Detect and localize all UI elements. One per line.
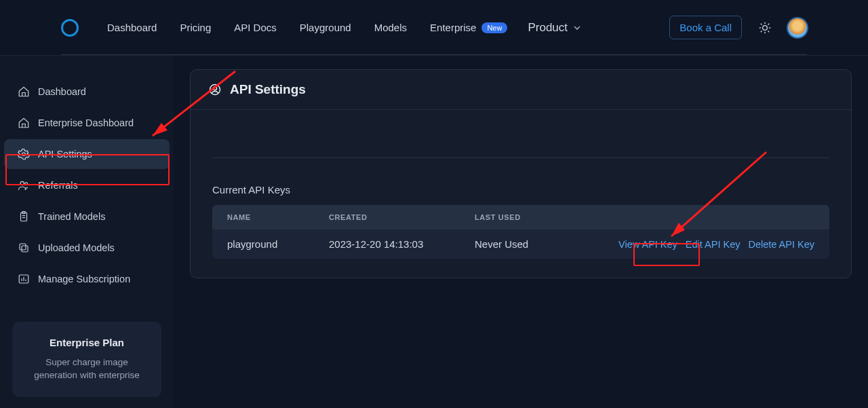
edit-api-key-button[interactable]: Edit API Key xyxy=(686,239,741,250)
cell-name: playground xyxy=(227,238,329,250)
copy-icon xyxy=(18,242,30,254)
section-rule xyxy=(212,157,829,158)
sidebar-item-api-settings[interactable]: API Settings xyxy=(4,139,170,169)
cell-created: 2023-12-20 14:13:03 xyxy=(329,238,475,250)
book-call-button[interactable]: Book a Call xyxy=(669,16,742,39)
svg-point-10 xyxy=(20,181,24,185)
svg-line-5 xyxy=(761,23,762,24)
sidebar-item-manage-subscription[interactable]: Manage Subscription xyxy=(4,264,170,294)
svg-point-9 xyxy=(22,153,26,156)
chevron-down-icon xyxy=(573,24,581,32)
sidebar-item-label: Trained Models xyxy=(38,211,105,222)
logo[interactable] xyxy=(61,19,79,37)
chart-icon xyxy=(18,273,30,285)
content: API Settings Current API Keys NAME CREAT… xyxy=(174,56,868,408)
enterprise-plan-card[interactable]: Enterprise Plan Super charge image gener… xyxy=(12,322,161,397)
section-title: Current API Keys xyxy=(212,184,829,196)
sidebar-item-label: Dashboard xyxy=(38,86,86,97)
delete-api-key-button[interactable]: Delete API Key xyxy=(748,239,814,250)
col-created: CREATED xyxy=(329,213,475,221)
gear-icon xyxy=(18,148,30,160)
nav-enterprise[interactable]: Enterprise New xyxy=(430,22,507,33)
row-actions: View API Key Edit API Key Delete API Key xyxy=(618,239,814,250)
sidebar-item-label: Manage Subscription xyxy=(38,274,130,284)
cell-last-used: Never Used xyxy=(475,238,618,250)
col-last-used: LAST USED xyxy=(475,213,814,221)
badge-new: New xyxy=(481,22,507,33)
enterprise-plan-desc: Super charge image generation with enter… xyxy=(24,356,149,382)
nav-enterprise-label: Enterprise xyxy=(430,22,476,33)
avatar[interactable] xyxy=(788,18,807,37)
nav-api-docs[interactable]: API Docs xyxy=(234,22,277,33)
col-name: NAME xyxy=(227,213,329,221)
svg-line-8 xyxy=(768,23,770,24)
page-title: API Settings xyxy=(230,82,306,97)
nav-models[interactable]: Models xyxy=(374,22,407,33)
panel-body: Current API Keys NAME CREATED LAST USED … xyxy=(191,110,851,274)
sidebar-item-enterprise-dashboard[interactable]: Enterprise Dashboard xyxy=(4,108,170,138)
sidebar-item-dashboard[interactable]: Dashboard xyxy=(4,77,170,107)
sidebar-item-label: API Settings xyxy=(38,149,92,160)
nav-playground[interactable]: Playground xyxy=(300,22,351,33)
panel-header: API Settings xyxy=(191,70,851,110)
svg-rect-16 xyxy=(22,246,28,252)
sidebar-item-label: Referrals xyxy=(38,180,78,191)
sidebar: Dashboard Enterprise Dashboard API Setti… xyxy=(0,56,174,408)
nav-dashboard[interactable]: Dashboard xyxy=(107,22,157,33)
topbar: Dashboard Pricing API Docs Playground Mo… xyxy=(0,0,868,56)
clipboard-icon xyxy=(18,210,30,223)
nav-pricing[interactable]: Pricing xyxy=(180,22,211,33)
layout: Dashboard Enterprise Dashboard API Setti… xyxy=(0,56,868,408)
api-settings-panel: API Settings Current API Keys NAME CREAT… xyxy=(190,69,852,278)
sidebar-item-label: Enterprise Dashboard xyxy=(38,117,134,128)
theme-toggle-icon[interactable] xyxy=(758,21,772,35)
sidebar-item-label: Uploaded Models xyxy=(38,242,115,253)
enterprise-plan-title: Enterprise Plan xyxy=(24,337,149,348)
svg-rect-17 xyxy=(20,244,26,250)
sidebar-item-trained-models[interactable]: Trained Models xyxy=(4,202,170,231)
table-row: playground 2023-12-20 14:13:03 Never Use… xyxy=(212,229,829,259)
users-icon xyxy=(18,179,30,191)
table-header: NAME CREATED LAST USED xyxy=(212,205,829,229)
svg-point-0 xyxy=(763,25,768,30)
svg-point-11 xyxy=(25,183,28,185)
svg-line-7 xyxy=(761,31,762,32)
view-api-key-button[interactable]: View API Key xyxy=(618,239,677,250)
sidebar-item-referrals[interactable]: Referrals xyxy=(4,170,170,200)
svg-line-6 xyxy=(768,31,770,32)
svg-point-23 xyxy=(214,87,217,90)
home-icon xyxy=(18,86,30,98)
product-dropdown[interactable]: Product xyxy=(528,21,581,35)
sidebar-item-uploaded-models[interactable]: Uploaded Models xyxy=(4,233,170,263)
home-icon xyxy=(18,117,30,129)
product-label: Product xyxy=(528,21,568,35)
account-icon xyxy=(208,83,222,96)
top-nav: Dashboard Pricing API Docs Playground Mo… xyxy=(107,22,507,33)
api-keys-table: NAME CREATED LAST USED playground 2023-1… xyxy=(212,205,829,259)
